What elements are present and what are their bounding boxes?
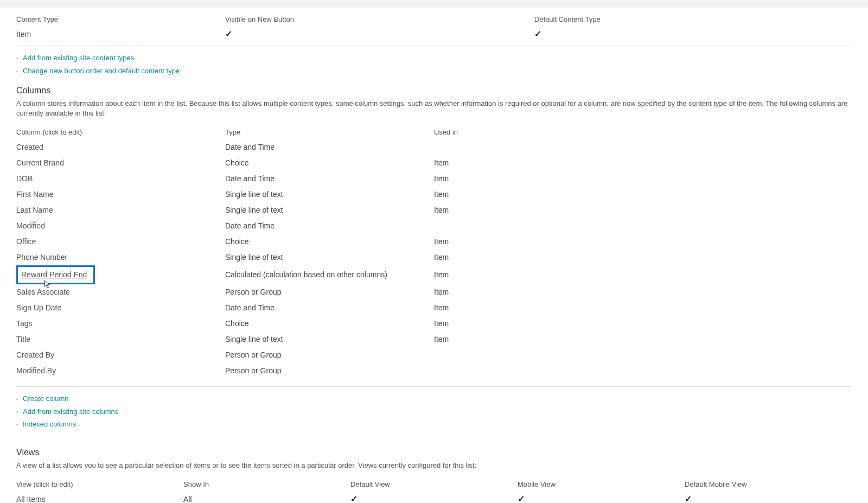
column-link-phonenumber[interactable]: Phone Number [16, 253, 67, 262]
view-header-mobile: Mobile View [518, 477, 685, 492]
column-type: Calculated (calculation based on other c… [225, 265, 434, 284]
column-usedin: Item [434, 250, 852, 265]
column-type: Date and Time [225, 139, 434, 155]
check-icon: ✓ [350, 494, 358, 503]
column-row: Phone Number Single line of text Item [16, 250, 852, 265]
column-row: Created Date and Time [16, 139, 852, 155]
check-icon: ✓ [518, 494, 525, 503]
column-link-lastname[interactable]: Last Name [16, 206, 53, 214]
views-title: Views [16, 448, 852, 457]
column-type: Single line of text [225, 187, 434, 202]
ct-header-contenttype: Content Type [16, 13, 225, 27]
column-type: Single line of text [225, 332, 434, 347]
col-header-usedin: Used in [434, 125, 852, 139]
column-type: Person or Group [225, 363, 434, 379]
column-usedin: Item [434, 284, 852, 300]
column-type: Person or Group [225, 347, 434, 363]
column-usedin: Item [434, 202, 852, 218]
column-link-currentbrand[interactable]: Current Brand [16, 158, 64, 167]
top-bar [0, 0, 868, 8]
content-types-table: Content Type Visible on New Button Defau… [16, 13, 852, 41]
column-row: Current Brand Choice Item [16, 155, 852, 171]
column-row: Tags Choice Item [16, 316, 852, 332]
columns-table: Column (click to edit) Type Used in Crea… [16, 125, 852, 379]
column-link-signupdate[interactable]: Sign Up Date [16, 303, 61, 312]
column-type: Choice [225, 234, 434, 250]
column-row: DOB Date and Time Item [16, 171, 852, 187]
column-type: Date and Time [225, 171, 434, 187]
column-usedin: Item [434, 316, 852, 332]
column-row: Office Choice Item [16, 234, 852, 250]
views-desc: A view of a list allows you to see a par… [16, 461, 852, 470]
column-link-tags[interactable]: Tags [16, 319, 33, 328]
column-link-office[interactable]: Office [16, 237, 36, 246]
column-usedin [434, 218, 852, 234]
separator [16, 46, 852, 46]
ct-header-default: Default Content Type [534, 13, 852, 27]
separator [16, 386, 852, 387]
column-row: Modified Date and Time [16, 218, 852, 234]
view-header-name: View (click to edit) [16, 477, 183, 492]
view-header-default: Default View [350, 477, 518, 492]
column-link-dob[interactable]: DOB [16, 174, 33, 183]
column-row: Created By Person or Group [16, 347, 852, 363]
column-link-createdby[interactable]: Created By [16, 351, 54, 359]
column-usedin [434, 347, 852, 363]
column-row: Modified By Person or Group [16, 363, 852, 379]
column-usedin: Item [434, 300, 852, 316]
create-column-link[interactable]: Create column [23, 394, 69, 403]
column-usedin: Item [434, 234, 852, 250]
column-type: Single line of text [225, 202, 434, 218]
ct-row: Item ✓ ✓ [16, 27, 852, 41]
highlight-box: Reward Period End [16, 265, 95, 284]
columns-desc: A column stores information about each i… [16, 99, 852, 118]
column-link-title[interactable]: Title [16, 335, 30, 343]
view-header-showin: Show In [183, 477, 350, 492]
column-row: Sign Up Date Date and Time Item [16, 300, 852, 316]
column-row: First Name Single line of text Item [16, 187, 852, 202]
column-usedin: Item [434, 171, 852, 187]
column-usedin: Item [434, 332, 852, 347]
views-table: View (click to edit) Show In Default Vie… [16, 477, 852, 503]
column-type: Date and Time [225, 300, 434, 316]
check-icon: ✓ [534, 29, 541, 39]
column-link-modifiedby[interactable]: Modified By [16, 366, 56, 375]
column-usedin [434, 363, 852, 379]
view-row: All Items All ✓ ✓ ✓ [16, 492, 852, 503]
columns-title: Columns [16, 86, 852, 95]
column-usedin: Item [434, 187, 852, 202]
column-link-salesassociate[interactable]: Sales Associate [16, 288, 70, 296]
column-row: Sales Associate Person or Group Item [16, 284, 852, 300]
column-usedin [434, 139, 852, 155]
col-header-type: Type [225, 125, 434, 139]
column-link-modified[interactable]: Modified [16, 221, 45, 230]
column-row-highlighted: Reward Period End Calculated (calculatio… [16, 265, 852, 284]
col-header-name: Column (click to edit) [16, 125, 225, 139]
column-link-created[interactable]: Created [16, 143, 43, 151]
add-existing-columns-link[interactable]: Add from existing site columns [23, 408, 118, 416]
view-showin: All [183, 492, 350, 503]
column-type: Choice [225, 155, 434, 171]
ct-links: Add from existing site content types Cha… [16, 53, 852, 76]
indexed-columns-link[interactable]: Indexed columns [23, 420, 76, 428]
column-row: Title Single line of text Item [16, 332, 852, 347]
column-type: Person or Group [225, 284, 434, 300]
ct-item-link[interactable]: Item [16, 30, 31, 39]
column-row: Last Name Single line of text Item [16, 202, 852, 218]
column-usedin: Item [434, 155, 852, 171]
check-icon: ✓ [685, 494, 692, 503]
column-type: Choice [225, 316, 434, 332]
add-existing-ct-link[interactable]: Add from existing site content types [23, 54, 134, 62]
column-link-rewardperiodend[interactable]: Reward Period End [21, 270, 87, 279]
column-link-firstname[interactable]: First Name [16, 190, 53, 199]
view-header-defaultmobile: Default Mobile View [685, 477, 852, 492]
ct-header-visible: Visible on New Button [225, 13, 534, 27]
view-link-allitems[interactable]: All Items [16, 495, 46, 503]
column-type: Date and Time [225, 218, 434, 234]
check-icon: ✓ [225, 29, 232, 39]
column-type: Single line of text [225, 250, 434, 265]
change-button-order-link[interactable]: Change new button order and default cont… [23, 67, 180, 75]
column-links: Create column Add from existing site col… [16, 393, 852, 430]
column-usedin: Item [434, 265, 852, 284]
